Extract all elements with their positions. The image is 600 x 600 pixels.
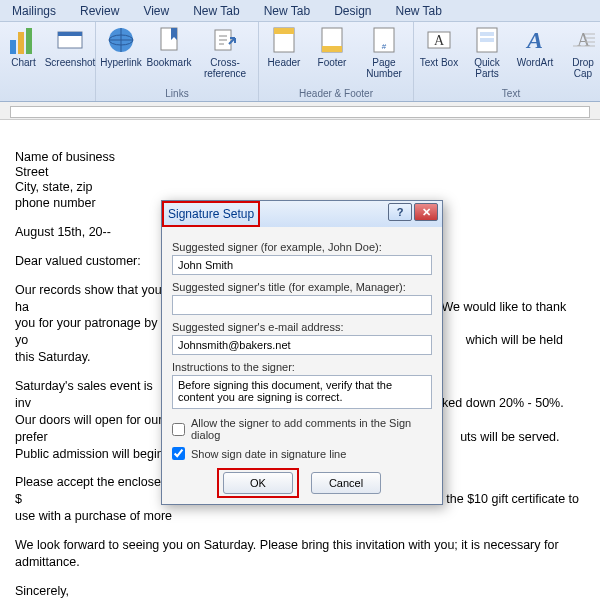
wordart-icon: A <box>519 24 551 56</box>
svg-text:A: A <box>525 27 543 53</box>
cross-reference-button[interactable]: Cross-reference <box>196 24 254 79</box>
label-signer-title: Suggested signer's title (for example, M… <box>172 281 432 293</box>
input-email[interactable] <box>172 335 432 355</box>
group-label-hf: Header & Footer <box>263 88 409 101</box>
svg-rect-2 <box>26 28 32 54</box>
tab-review[interactable]: Review <box>68 1 131 21</box>
footer-icon <box>316 24 348 56</box>
dropcap-icon: A <box>567 24 599 56</box>
page-number-icon: # <box>368 24 400 56</box>
cancel-button[interactable]: Cancel <box>311 472 381 494</box>
header-button[interactable]: Header <box>263 24 305 69</box>
text-box-button[interactable]: A Text Box <box>418 24 460 69</box>
close-button[interactable]: ✕ <box>414 203 438 221</box>
wordart-button[interactable]: A WordArt <box>514 24 556 69</box>
doc-para4: We look forward to seeing you on Saturda… <box>15 537 585 571</box>
input-signer-title[interactable] <box>172 295 432 315</box>
quickparts-icon <box>471 24 503 56</box>
svg-rect-1 <box>18 32 24 54</box>
checkbox-allow-comments[interactable] <box>172 423 185 436</box>
svg-rect-18 <box>480 32 494 36</box>
ribbon-group-illustrations: Chart Screenshot <box>0 22 96 101</box>
hyperlink-button[interactable]: Hyperlink <box>100 24 142 69</box>
svg-text:A: A <box>434 33 445 48</box>
svg-text:#: # <box>382 42 387 51</box>
addr-business: Name of business <box>15 150 585 165</box>
chart-button[interactable]: Chart <box>4 24 43 69</box>
chart-icon <box>8 24 40 56</box>
tab-mailings[interactable]: Mailings <box>0 1 68 21</box>
svg-text:A: A <box>577 30 590 50</box>
quick-parts-button[interactable]: Quick Parts <box>466 24 508 79</box>
tab-newtab1[interactable]: New Tab <box>181 1 251 21</box>
checkbox-row-comments[interactable]: Allow the signer to add comments in the … <box>172 417 432 441</box>
screenshot-button[interactable]: Screenshot <box>49 24 91 69</box>
label-signer: Suggested signer (for example, John Doe)… <box>172 241 432 253</box>
dialog-title: Signature Setup <box>168 207 254 221</box>
checkbox-row-showdate[interactable]: Show sign date in signature line <box>172 447 432 460</box>
tab-design[interactable]: Design <box>322 1 383 21</box>
screenshot-icon <box>54 24 86 56</box>
page-number-button[interactable]: # Page Number <box>359 24 409 79</box>
help-icon: ? <box>397 206 404 218</box>
dialog-titlebar[interactable]: Signature Setup ? ✕ <box>162 201 442 227</box>
ribbon: Chart Screenshot Hyperlink Bookmark Cros… <box>0 22 600 102</box>
svg-rect-19 <box>480 38 494 42</box>
label-instructions: Instructions to the signer: <box>172 361 432 373</box>
group-label-links: Links <box>100 88 254 101</box>
textbox-icon: A <box>423 24 455 56</box>
help-button[interactable]: ? <box>388 203 412 221</box>
svg-rect-0 <box>10 40 16 54</box>
globe-icon <box>105 24 137 56</box>
bookmark-button[interactable]: Bookmark <box>148 24 190 69</box>
ribbon-group-links: Hyperlink Bookmark Cross-reference Links <box>96 22 259 101</box>
bookmark-icon <box>153 24 185 56</box>
header-icon <box>268 24 300 56</box>
checkbox-show-date[interactable] <box>172 447 185 460</box>
drop-cap-button[interactable]: A Drop Cap <box>562 24 600 79</box>
svg-rect-12 <box>322 46 342 52</box>
signature-setup-dialog: Signature Setup ? ✕ Suggested signer (fo… <box>161 200 443 505</box>
tab-newtab3[interactable]: New Tab <box>384 1 454 21</box>
footer-button[interactable]: Footer <box>311 24 353 69</box>
ribbon-group-text: A Text Box Quick Parts A WordArt A Drop … <box>414 22 600 101</box>
label-email: Suggested signer's e-mail address: <box>172 321 432 333</box>
ok-button[interactable]: OK <box>223 472 293 494</box>
group-label-text: Text <box>418 88 600 101</box>
crossref-icon <box>209 24 241 56</box>
tab-newtab2[interactable]: New Tab <box>252 1 322 21</box>
checkbox-label-showdate: Show sign date in signature line <box>191 448 346 460</box>
dialog-body: Suggested signer (for example, John Doe)… <box>162 227 442 504</box>
input-signer[interactable] <box>172 255 432 275</box>
doc-signoff: Sincerely, <box>15 583 585 600</box>
ribbon-group-header-footer: Header Footer # Page Number Header & Foo… <box>259 22 414 101</box>
checkbox-label-comments: Allow the signer to add comments in the … <box>191 417 432 441</box>
horizontal-ruler[interactable] <box>0 102 600 120</box>
input-instructions[interactable] <box>172 375 432 409</box>
addr-city: City, state, zip <box>15 180 585 195</box>
svg-rect-4 <box>58 32 82 36</box>
close-icon: ✕ <box>422 206 431 219</box>
tab-view[interactable]: View <box>131 1 181 21</box>
ribbon-tab-strip: Mailings Review View New Tab New Tab Des… <box>0 0 600 22</box>
tutorial-highlight-ok: OK <box>223 472 293 494</box>
addr-street: Street <box>15 165 585 180</box>
svg-rect-10 <box>274 28 294 34</box>
